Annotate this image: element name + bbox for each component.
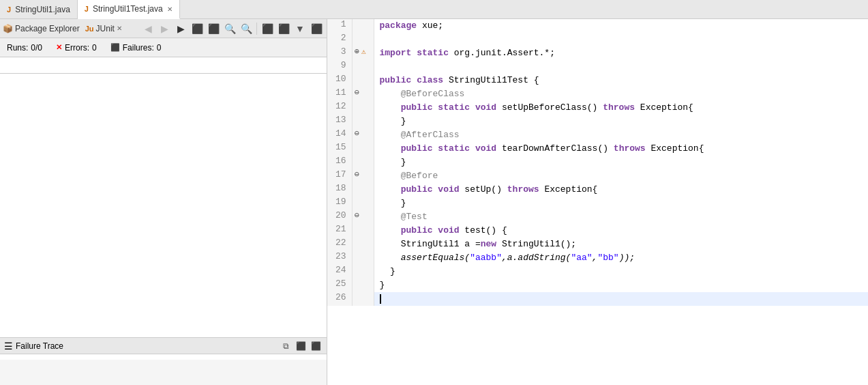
code-content: public static void tearDownAfterClass() …	[374, 142, 868, 156]
code-content: public void test() {	[374, 224, 868, 238]
code-text: StringUtil1();	[496, 239, 576, 249]
code-text: setUpBeforeClass()	[496, 102, 603, 113]
line-number: 25	[327, 279, 352, 292]
rerun-failed-button[interactable]: ⬛	[190, 21, 205, 36]
line-number: 10	[327, 74, 352, 87]
line-gutter	[361, 74, 374, 87]
code-text: tearDownAfterClass()	[496, 143, 614, 154]
keyword: class	[417, 75, 443, 85]
fold-indicator[interactable]: ⊖	[352, 210, 361, 224]
fold-indicator	[352, 101, 361, 115]
italic-code: assertEquals(	[401, 253, 470, 263]
package-icon: 📦	[3, 24, 13, 33]
line-gutter	[361, 33, 374, 46]
toolbar-buttons: ◀ ▶ ▶ ⬛ ⬛ 🔍 🔍 ⬛ ⬛ ▼ ⬛	[140, 21, 324, 36]
stop-button[interactable]: ⬛	[206, 21, 221, 36]
code-line-14: 14⊖ @AfterClass	[327, 128, 868, 142]
expand-trace-button[interactable]: ⬛	[294, 339, 308, 353]
errors-value: 0	[92, 43, 97, 53]
junit-tab[interactable]: Ju JUnit ✕	[85, 24, 122, 33]
keyword: public	[401, 184, 433, 195]
code-content: public void setUp() throws Exception{	[374, 183, 868, 197]
italic-code: ,a.addString(	[502, 253, 571, 263]
close-icon[interactable]: ✕	[117, 25, 122, 32]
code-text: setUp()	[460, 184, 507, 195]
editor-tab-bar: J StringUtil1.java J StringUtil1Test.jav…	[0, 0, 868, 19]
copy-trace-button[interactable]: ⧉	[279, 339, 293, 353]
rerun-button[interactable]: ▶	[173, 21, 188, 36]
code-line-13: 13 }	[327, 115, 868, 128]
fold-indicator	[352, 238, 361, 251]
fold-indicator[interactable]: ⊖	[352, 169, 361, 183]
line-gutter	[361, 279, 374, 292]
tab-stringutil1test[interactable]: J StringUtil1Test.java ✕	[78, 0, 180, 19]
error-icon: ✕	[56, 43, 62, 52]
tab-label: StringUtil1Test.java	[93, 4, 163, 14]
fold-indicator[interactable]: ⊖	[352, 87, 361, 101]
dropdown-button[interactable]: ▼	[293, 21, 308, 36]
code-text: test() {	[460, 225, 507, 236]
failure-trace-title: ☰ Failure Trace	[4, 341, 63, 352]
search-button[interactable]: 🔍	[222, 21, 237, 36]
package-explorer-tab[interactable]: 📦 Package Explorer	[3, 24, 80, 33]
keyword: throws	[507, 184, 539, 195]
code-line-21: 21 public void test() {	[327, 224, 868, 238]
code-text: }	[380, 266, 395, 276]
line-number: 12	[327, 101, 352, 115]
code-content	[374, 292, 868, 306]
line-number: 9	[327, 60, 352, 74]
left-panel: 📦 Package Explorer Ju JUnit ✕ ◀ ▶ ▶ ⬛ ⬛ …	[0, 19, 327, 385]
code-content: public class StringUtil1Test {	[374, 74, 868, 87]
tab-stringutil1[interactable]: J StringUtil1.java	[0, 0, 78, 18]
keyword: void	[475, 102, 496, 113]
code-line-11: 11⊖ @BeforeClass	[327, 87, 868, 101]
line-number: 20	[327, 210, 352, 224]
code-text	[380, 89, 401, 99]
junit-label: JUnit	[96, 24, 115, 33]
fold-indicator	[352, 279, 361, 292]
tab-close-icon[interactable]: ✕	[167, 5, 173, 13]
annotation: @BeforeClass	[401, 89, 465, 99]
filter-input[interactable]	[3, 59, 324, 68]
main-content: 📦 Package Explorer Ju JUnit ✕ ◀ ▶ ▶ ⬛ ⬛ …	[0, 19, 868, 385]
code-content: }	[374, 279, 868, 292]
code-line-23: 23 assertEquals("aabb",a.addString("aa",…	[327, 251, 868, 265]
code-text: Exception{	[539, 184, 598, 195]
code-content: }	[374, 265, 868, 279]
line-gutter	[361, 60, 374, 74]
keyword: static	[417, 48, 449, 58]
code-content: @AfterClass	[374, 128, 868, 142]
fold-indicator[interactable]: ⊕	[352, 46, 361, 60]
failure-icon: ⬛	[110, 43, 120, 52]
code-area[interactable]: 1package xue;23⊕⚠import static org.junit…	[327, 19, 868, 385]
code-line-26: 26	[327, 292, 868, 306]
line-number: 13	[327, 115, 352, 128]
forward-button[interactable]: ▶	[157, 21, 172, 36]
keyword: package	[380, 20, 417, 31]
search2-button[interactable]: 🔍	[239, 21, 254, 36]
keyword: public	[401, 102, 433, 113]
line-gutter	[361, 142, 374, 156]
layout2-button[interactable]: ⬛	[276, 21, 291, 36]
code-text	[380, 212, 401, 222]
keyword: new	[481, 239, 496, 249]
line-number: 1	[327, 19, 352, 33]
code-text	[470, 102, 475, 113]
fold-indicator	[352, 19, 361, 33]
layout-button[interactable]: ⬛	[260, 21, 275, 36]
code-text: Exception{	[646, 143, 704, 154]
annotation: @Test	[401, 212, 428, 222]
back-button[interactable]: ◀	[140, 21, 155, 36]
keyword: public	[401, 225, 433, 236]
more-button[interactable]: ⬛	[309, 21, 324, 36]
fold-indicator[interactable]: ⊖	[352, 128, 361, 142]
code-text	[380, 253, 401, 263]
string-literal: "aa"	[571, 253, 592, 263]
failure-trace-panel: ☰ Failure Trace ⧉ ⬛ ⬛	[0, 337, 327, 385]
collapse-trace-button[interactable]: ⬛	[309, 339, 323, 353]
tab-label: StringUtil1.java	[15, 5, 70, 14]
failure-trace-content	[0, 354, 327, 360]
code-text	[411, 75, 417, 85]
fold-indicator	[352, 156, 361, 169]
code-content: }	[374, 156, 868, 169]
